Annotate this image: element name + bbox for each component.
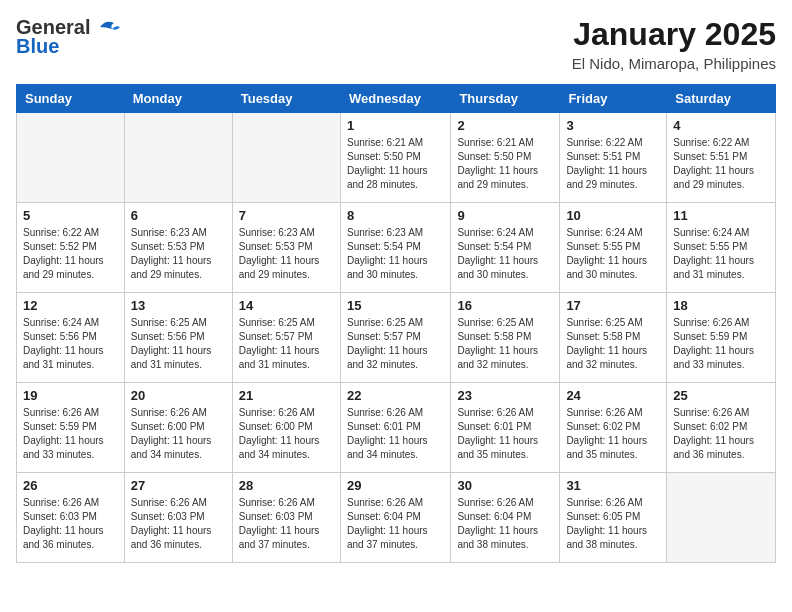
cell-content: Sunrise: 6:21 AM Sunset: 5:50 PM Dayligh… (347, 136, 444, 192)
calendar-cell: 8Sunrise: 6:23 AM Sunset: 5:54 PM Daylig… (340, 203, 450, 293)
calendar-cell: 17Sunrise: 6:25 AM Sunset: 5:58 PM Dayli… (560, 293, 667, 383)
cell-content: Sunrise: 6:22 AM Sunset: 5:51 PM Dayligh… (673, 136, 769, 192)
weekday-header-tuesday: Tuesday (232, 85, 340, 113)
calendar-cell: 23Sunrise: 6:26 AM Sunset: 6:01 PM Dayli… (451, 383, 560, 473)
day-number: 23 (457, 388, 553, 403)
cell-content: Sunrise: 6:25 AM Sunset: 5:57 PM Dayligh… (239, 316, 334, 372)
day-number: 20 (131, 388, 226, 403)
week-row-3: 12Sunrise: 6:24 AM Sunset: 5:56 PM Dayli… (17, 293, 776, 383)
cell-content: Sunrise: 6:23 AM Sunset: 5:53 PM Dayligh… (131, 226, 226, 282)
month-title: January 2025 (572, 16, 776, 53)
calendar-cell (667, 473, 776, 563)
calendar-cell: 28Sunrise: 6:26 AM Sunset: 6:03 PM Dayli… (232, 473, 340, 563)
cell-content: Sunrise: 6:22 AM Sunset: 5:51 PM Dayligh… (566, 136, 660, 192)
cell-content: Sunrise: 6:25 AM Sunset: 5:57 PM Dayligh… (347, 316, 444, 372)
day-number: 27 (131, 478, 226, 493)
week-row-1: 1Sunrise: 6:21 AM Sunset: 5:50 PM Daylig… (17, 113, 776, 203)
day-number: 6 (131, 208, 226, 223)
location-subtitle: El Nido, Mimaropa, Philippines (572, 55, 776, 72)
cell-content: Sunrise: 6:26 AM Sunset: 6:01 PM Dayligh… (457, 406, 553, 462)
day-number: 14 (239, 298, 334, 313)
cell-content: Sunrise: 6:24 AM Sunset: 5:54 PM Dayligh… (457, 226, 553, 282)
cell-content: Sunrise: 6:22 AM Sunset: 5:52 PM Dayligh… (23, 226, 118, 282)
calendar-cell: 26Sunrise: 6:26 AM Sunset: 6:03 PM Dayli… (17, 473, 125, 563)
calendar-cell (124, 113, 232, 203)
calendar-cell: 31Sunrise: 6:26 AM Sunset: 6:05 PM Dayli… (560, 473, 667, 563)
day-number: 3 (566, 118, 660, 133)
weekday-header-thursday: Thursday (451, 85, 560, 113)
calendar-cell: 30Sunrise: 6:26 AM Sunset: 6:04 PM Dayli… (451, 473, 560, 563)
weekday-header-friday: Friday (560, 85, 667, 113)
calendar-cell: 27Sunrise: 6:26 AM Sunset: 6:03 PM Dayli… (124, 473, 232, 563)
day-number: 13 (131, 298, 226, 313)
calendar-cell: 4Sunrise: 6:22 AM Sunset: 5:51 PM Daylig… (667, 113, 776, 203)
cell-content: Sunrise: 6:26 AM Sunset: 6:01 PM Dayligh… (347, 406, 444, 462)
calendar-cell: 5Sunrise: 6:22 AM Sunset: 5:52 PM Daylig… (17, 203, 125, 293)
calendar-cell: 14Sunrise: 6:25 AM Sunset: 5:57 PM Dayli… (232, 293, 340, 383)
cell-content: Sunrise: 6:26 AM Sunset: 6:04 PM Dayligh… (347, 496, 444, 552)
cell-content: Sunrise: 6:26 AM Sunset: 6:04 PM Dayligh… (457, 496, 553, 552)
day-number: 19 (23, 388, 118, 403)
calendar-cell: 7Sunrise: 6:23 AM Sunset: 5:53 PM Daylig… (232, 203, 340, 293)
day-number: 28 (239, 478, 334, 493)
day-number: 29 (347, 478, 444, 493)
cell-content: Sunrise: 6:21 AM Sunset: 5:50 PM Dayligh… (457, 136, 553, 192)
day-number: 5 (23, 208, 118, 223)
week-row-5: 26Sunrise: 6:26 AM Sunset: 6:03 PM Dayli… (17, 473, 776, 563)
cell-content: Sunrise: 6:26 AM Sunset: 5:59 PM Dayligh… (23, 406, 118, 462)
cell-content: Sunrise: 6:23 AM Sunset: 5:53 PM Dayligh… (239, 226, 334, 282)
cell-content: Sunrise: 6:26 AM Sunset: 6:05 PM Dayligh… (566, 496, 660, 552)
calendar-cell: 9Sunrise: 6:24 AM Sunset: 5:54 PM Daylig… (451, 203, 560, 293)
calendar-table: SundayMondayTuesdayWednesdayThursdayFrid… (16, 84, 776, 563)
day-number: 21 (239, 388, 334, 403)
cell-content: Sunrise: 6:26 AM Sunset: 5:59 PM Dayligh… (673, 316, 769, 372)
calendar-cell: 12Sunrise: 6:24 AM Sunset: 5:56 PM Dayli… (17, 293, 125, 383)
day-number: 10 (566, 208, 660, 223)
logo-blue-text: Blue (16, 35, 59, 58)
day-number: 9 (457, 208, 553, 223)
cell-content: Sunrise: 6:25 AM Sunset: 5:58 PM Dayligh… (566, 316, 660, 372)
day-number: 15 (347, 298, 444, 313)
calendar-cell: 6Sunrise: 6:23 AM Sunset: 5:53 PM Daylig… (124, 203, 232, 293)
cell-content: Sunrise: 6:24 AM Sunset: 5:55 PM Dayligh… (673, 226, 769, 282)
calendar-cell: 21Sunrise: 6:26 AM Sunset: 6:00 PM Dayli… (232, 383, 340, 473)
day-number: 24 (566, 388, 660, 403)
day-number: 22 (347, 388, 444, 403)
cell-content: Sunrise: 6:26 AM Sunset: 6:03 PM Dayligh… (131, 496, 226, 552)
cell-content: Sunrise: 6:26 AM Sunset: 6:03 PM Dayligh… (239, 496, 334, 552)
weekday-header-sunday: Sunday (17, 85, 125, 113)
cell-content: Sunrise: 6:23 AM Sunset: 5:54 PM Dayligh… (347, 226, 444, 282)
calendar-cell: 11Sunrise: 6:24 AM Sunset: 5:55 PM Dayli… (667, 203, 776, 293)
day-number: 12 (23, 298, 118, 313)
calendar-cell: 20Sunrise: 6:26 AM Sunset: 6:00 PM Dayli… (124, 383, 232, 473)
day-number: 26 (23, 478, 118, 493)
day-number: 16 (457, 298, 553, 313)
week-row-4: 19Sunrise: 6:26 AM Sunset: 5:59 PM Dayli… (17, 383, 776, 473)
calendar-cell: 16Sunrise: 6:25 AM Sunset: 5:58 PM Dayli… (451, 293, 560, 383)
calendar-cell: 2Sunrise: 6:21 AM Sunset: 5:50 PM Daylig… (451, 113, 560, 203)
day-number: 8 (347, 208, 444, 223)
calendar-cell (232, 113, 340, 203)
calendar-cell: 3Sunrise: 6:22 AM Sunset: 5:51 PM Daylig… (560, 113, 667, 203)
day-number: 2 (457, 118, 553, 133)
weekday-header-monday: Monday (124, 85, 232, 113)
calendar-cell: 18Sunrise: 6:26 AM Sunset: 5:59 PM Dayli… (667, 293, 776, 383)
cell-content: Sunrise: 6:26 AM Sunset: 6:00 PM Dayligh… (131, 406, 226, 462)
calendar-cell: 13Sunrise: 6:25 AM Sunset: 5:56 PM Dayli… (124, 293, 232, 383)
calendar-cell (17, 113, 125, 203)
calendar-cell: 22Sunrise: 6:26 AM Sunset: 6:01 PM Dayli… (340, 383, 450, 473)
day-number: 30 (457, 478, 553, 493)
calendar-cell: 15Sunrise: 6:25 AM Sunset: 5:57 PM Dayli… (340, 293, 450, 383)
cell-content: Sunrise: 6:26 AM Sunset: 6:03 PM Dayligh… (23, 496, 118, 552)
title-block: January 2025 El Nido, Mimaropa, Philippi… (572, 16, 776, 72)
week-row-2: 5Sunrise: 6:22 AM Sunset: 5:52 PM Daylig… (17, 203, 776, 293)
weekday-header-wednesday: Wednesday (340, 85, 450, 113)
calendar-cell: 29Sunrise: 6:26 AM Sunset: 6:04 PM Dayli… (340, 473, 450, 563)
day-number: 25 (673, 388, 769, 403)
cell-content: Sunrise: 6:26 AM Sunset: 6:02 PM Dayligh… (673, 406, 769, 462)
page-header: General Blue January 2025 El Nido, Mimar… (16, 16, 776, 72)
cell-content: Sunrise: 6:25 AM Sunset: 5:58 PM Dayligh… (457, 316, 553, 372)
day-number: 17 (566, 298, 660, 313)
day-number: 4 (673, 118, 769, 133)
cell-content: Sunrise: 6:25 AM Sunset: 5:56 PM Dayligh… (131, 316, 226, 372)
